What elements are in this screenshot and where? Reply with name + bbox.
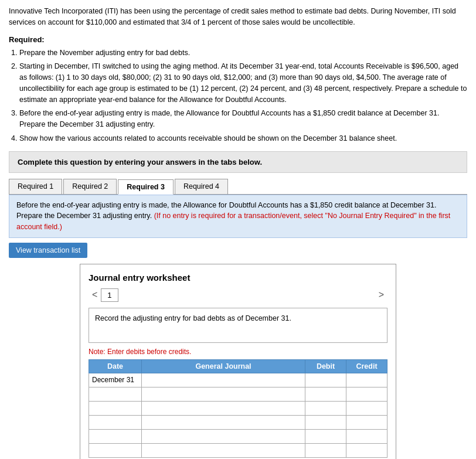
tab-required-4[interactable]: Required 4: [175, 179, 228, 194]
cell-credit-1: [346, 373, 387, 387]
cell-debit-6: [305, 443, 346, 457]
view-transaction-button[interactable]: View transaction list: [9, 243, 87, 258]
journal-table: Date General Journal Debit Credit: [89, 359, 387, 458]
input-journal-6[interactable]: [145, 446, 302, 454]
input-date-4[interactable]: [92, 418, 138, 426]
required-item-2: Starting in December, ITI switched to us…: [19, 61, 467, 105]
cell-journal-1: [142, 373, 305, 387]
input-journal-4[interactable]: [145, 418, 302, 426]
input-journal-5[interactable]: [145, 432, 302, 440]
header-credit: Credit: [346, 359, 387, 373]
input-journal-1[interactable]: [145, 376, 302, 384]
header-date: Date: [89, 359, 142, 373]
cell-journal-5: [142, 429, 305, 443]
cell-debit-1: [305, 373, 346, 387]
table-row: [89, 443, 387, 457]
input-debit-4[interactable]: [308, 418, 343, 426]
cell-debit-5: [305, 429, 346, 443]
nav-left-arrow[interactable]: <: [89, 290, 101, 300]
note-text: Note: Enter debits before credits.: [89, 348, 387, 356]
input-debit-1[interactable]: [308, 376, 343, 384]
required-list: Prepare the November adjusting entry for…: [9, 47, 467, 144]
required-section: Required: Prepare the November adjusting…: [9, 35, 467, 144]
cell-date-1: [89, 373, 142, 387]
tab-required-2[interactable]: Required 2: [63, 179, 117, 194]
intro-text: Innovative Tech Incorporated (ITI) has b…: [9, 6, 467, 28]
cell-debit-4: [305, 415, 346, 429]
cell-debit-2: [305, 387, 346, 401]
cell-date-5: [89, 429, 142, 443]
cell-credit-6: [346, 443, 387, 457]
required-item-1: Prepare the November adjusting entry for…: [19, 47, 467, 59]
input-credit-5[interactable]: [349, 432, 384, 440]
cell-credit-3: [346, 401, 387, 415]
table-row: [89, 415, 387, 429]
input-credit-6[interactable]: [349, 446, 384, 454]
input-journal-3[interactable]: [145, 404, 302, 412]
header-general-journal: General Journal: [142, 359, 305, 373]
tabs-row: Required 1 Required 2 Required 3 Require…: [9, 179, 467, 195]
table-row: [89, 387, 387, 401]
input-debit-6[interactable]: [308, 446, 343, 454]
input-date-5[interactable]: [92, 432, 138, 440]
input-journal-2[interactable]: [145, 390, 302, 398]
instructions-box: Before the end-of-year adjusting entry i…: [9, 195, 467, 238]
input-credit-3[interactable]: [349, 404, 384, 412]
nav-right-arrow[interactable]: >: [375, 290, 387, 300]
input-debit-5[interactable]: [308, 432, 343, 440]
journal-table-body: [89, 373, 387, 457]
cell-credit-2: [346, 387, 387, 401]
input-date-3[interactable]: [92, 404, 138, 412]
cell-date-6: [89, 443, 142, 457]
cell-journal-3: [142, 401, 305, 415]
cell-credit-5: [346, 429, 387, 443]
input-credit-4[interactable]: [349, 418, 384, 426]
input-date-1[interactable]: [92, 376, 138, 384]
journal-table-header: Date General Journal Debit Credit: [89, 359, 387, 373]
cell-date-3: [89, 401, 142, 415]
cell-credit-4: [346, 415, 387, 429]
input-debit-3[interactable]: [308, 404, 343, 412]
tab-required-1[interactable]: Required 1: [9, 179, 62, 194]
cell-journal-4: [142, 415, 305, 429]
required-item-4: Show how the various accounts related to…: [19, 133, 467, 144]
table-row: [89, 401, 387, 415]
tab-required-3[interactable]: Required 3: [118, 179, 174, 195]
page-number: 1: [101, 288, 118, 302]
record-description-box: Record the adjusting entry for bad debts…: [89, 308, 387, 343]
worksheet-container: Journal entry worksheet < 1 > Record the…: [80, 264, 396, 459]
cell-date-4: [89, 415, 142, 429]
header-debit: Debit: [305, 359, 346, 373]
complete-box: Complete this question by entering your …: [9, 151, 467, 173]
nav-row: < 1 >: [89, 288, 387, 302]
cell-date-2: [89, 387, 142, 401]
input-credit-1[interactable]: [349, 376, 384, 384]
cell-journal-2: [142, 387, 305, 401]
input-date-6[interactable]: [92, 446, 138, 454]
input-debit-2[interactable]: [308, 390, 343, 398]
input-date-2[interactable]: [92, 390, 138, 398]
worksheet-title: Journal entry worksheet: [89, 273, 387, 283]
table-row: [89, 429, 387, 443]
cell-journal-6: [142, 443, 305, 457]
cell-debit-3: [305, 401, 346, 415]
input-credit-2[interactable]: [349, 390, 384, 398]
required-title: Required:: [9, 35, 467, 44]
required-item-3: Before the end-of-year adjusting entry i…: [19, 108, 467, 130]
table-row: [89, 373, 387, 387]
